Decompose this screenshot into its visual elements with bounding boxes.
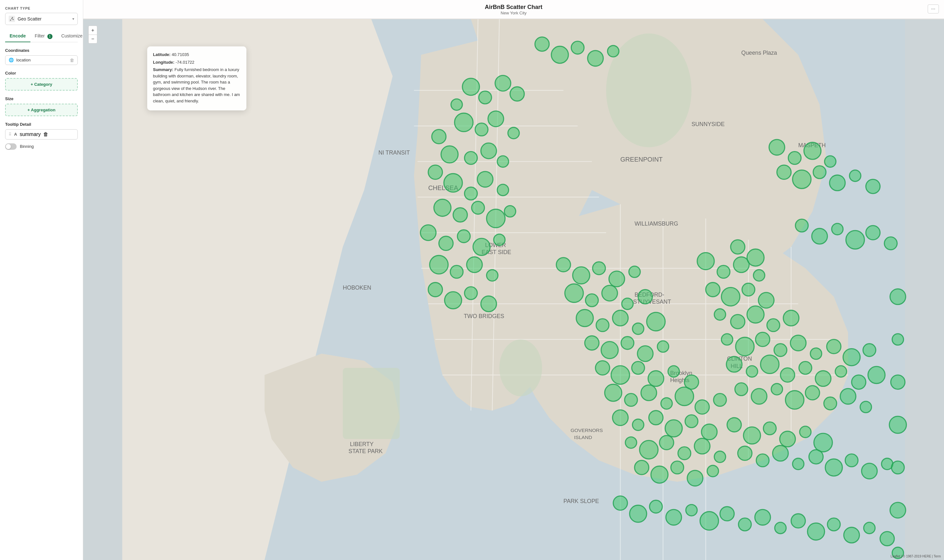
binning-toggle-row: Binning <box>5 142 78 151</box>
svg-point-80 <box>444 292 461 309</box>
svg-point-2 <box>12 19 14 20</box>
svg-point-152 <box>827 340 841 354</box>
svg-point-102 <box>657 341 669 352</box>
svg-point-77 <box>467 257 482 272</box>
svg-point-49 <box>451 99 463 111</box>
tooltip-field-row: ⠿ A summary 🗑 <box>5 129 78 140</box>
svg-point-130 <box>671 461 684 474</box>
tab-encode[interactable]: Encode <box>5 31 31 42</box>
svg-point-124 <box>660 435 673 449</box>
svg-point-208 <box>866 226 880 240</box>
svg-point-181 <box>866 179 880 193</box>
svg-point-215 <box>890 502 906 518</box>
svg-point-225 <box>755 509 770 525</box>
tooltip-longitude: Longitude: -74.01722 <box>153 59 241 66</box>
svg-point-186 <box>608 45 619 57</box>
tooltip-field-name: summary <box>20 132 41 137</box>
tooltip-section: Tooltip Detail ⠿ A summary 🗑 Binning <box>5 122 78 151</box>
svg-point-68 <box>487 209 505 228</box>
svg-point-228 <box>807 523 824 540</box>
svg-point-125 <box>678 447 691 460</box>
tab-customize[interactable]: Customize <box>57 31 83 42</box>
color-title: Color <box>5 71 78 75</box>
svg-point-104 <box>611 366 630 384</box>
svg-point-229 <box>827 518 840 531</box>
delete-coordinates-icon[interactable]: 🗑 <box>70 58 74 63</box>
svg-point-144 <box>767 319 780 332</box>
svg-point-97 <box>647 312 665 331</box>
tooltip-summary: Summary: Fully furnished bedroom in a lu… <box>153 66 241 104</box>
svg-point-3 <box>12 17 13 18</box>
svg-point-178 <box>813 166 826 178</box>
svg-point-53 <box>488 111 504 127</box>
svg-point-73 <box>473 238 490 255</box>
svg-point-86 <box>609 271 625 287</box>
zoom-in-button[interactable]: + <box>88 26 97 35</box>
svg-point-100 <box>621 337 634 349</box>
svg-point-74 <box>494 234 505 246</box>
svg-point-69 <box>504 206 516 217</box>
svg-point-78 <box>487 270 498 281</box>
svg-point-221 <box>686 505 697 516</box>
svg-point-110 <box>625 394 637 406</box>
text-field-icon: A <box>14 132 17 137</box>
svg-text:SUNNYSIDE: SUNNYSIDE <box>692 121 725 128</box>
size-title: Size <box>5 96 78 101</box>
svg-rect-23 <box>343 368 400 439</box>
svg-point-111 <box>641 385 656 401</box>
coordinates-field-name: location <box>16 58 67 62</box>
svg-point-81 <box>464 287 477 300</box>
svg-point-47 <box>479 91 492 104</box>
summary-value: Fully furnished bedroom in a luxury buil… <box>153 67 240 103</box>
binning-toggle[interactable] <box>5 143 17 150</box>
svg-point-92 <box>638 289 652 304</box>
svg-point-131 <box>687 471 703 486</box>
globe-icon: 🌐 <box>9 58 14 62</box>
svg-point-89 <box>586 294 598 306</box>
svg-point-139 <box>742 283 755 296</box>
add-category-button[interactable]: + Category <box>5 78 78 91</box>
svg-point-190 <box>780 431 795 447</box>
svg-point-161 <box>835 366 847 377</box>
svg-point-198 <box>825 459 842 476</box>
svg-point-217 <box>613 496 627 510</box>
svg-point-155 <box>726 357 742 372</box>
tooltip-title: Tooltip Detail <box>5 122 78 127</box>
svg-point-61 <box>444 174 463 192</box>
geo-scatter-icon <box>9 16 15 22</box>
svg-point-71 <box>439 236 453 250</box>
svg-point-156 <box>746 366 758 377</box>
map-header: AirBnB Scatter Chart New York City ··· <box>83 0 944 19</box>
add-aggregation-button[interactable]: + Aggregation <box>5 104 78 116</box>
map-options-button[interactable]: ··· <box>928 5 939 14</box>
svg-point-206 <box>832 223 843 235</box>
svg-point-117 <box>632 419 644 431</box>
chart-type-select[interactable]: Geo Scatter ▾ <box>5 13 78 25</box>
svg-point-141 <box>714 309 726 320</box>
chart-type-value: Geo Scatter <box>18 16 70 22</box>
map-title: AirBnB Scatter Chart <box>102 4 925 11</box>
svg-point-199 <box>845 454 858 467</box>
svg-point-154 <box>863 344 876 357</box>
svg-point-66 <box>453 208 467 222</box>
size-section: Size + Aggregation <box>5 96 78 116</box>
svg-point-226 <box>775 522 786 534</box>
coordinates-field: 🌐 location 🗑 <box>5 55 78 65</box>
svg-point-90 <box>602 285 618 301</box>
svg-point-177 <box>793 170 811 188</box>
svg-point-70 <box>420 225 436 241</box>
svg-point-151 <box>810 348 822 359</box>
svg-point-107 <box>668 366 680 377</box>
svg-point-200 <box>861 463 877 479</box>
svg-point-134 <box>717 265 730 278</box>
delete-tooltip-icon[interactable]: 🗑 <box>43 132 48 137</box>
svg-point-116 <box>612 410 628 426</box>
svg-point-159 <box>799 362 812 374</box>
svg-point-121 <box>701 424 717 440</box>
svg-point-210 <box>890 289 906 305</box>
zoom-controls: + − <box>88 26 97 43</box>
svg-point-160 <box>815 371 831 386</box>
svg-point-150 <box>790 335 806 351</box>
tab-filter[interactable]: Filter 1 <box>31 31 57 42</box>
zoom-out-button[interactable]: − <box>88 35 97 43</box>
